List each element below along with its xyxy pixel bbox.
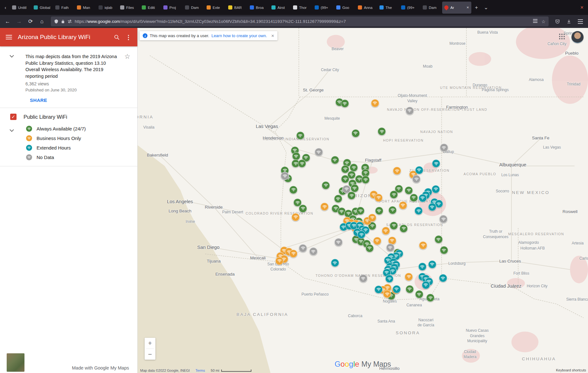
wifi-marker-always-available[interactable]	[322, 181, 330, 190]
more-options-icon[interactable]: ⋮	[126, 34, 132, 40]
wifi-marker-business-hours[interactable]	[373, 237, 381, 245]
wifi-marker-always-available[interactable]	[341, 175, 349, 183]
reader-view-icon[interactable]	[533, 19, 537, 23]
zoom-in-button[interactable]: +	[145, 338, 155, 349]
wifi-marker-business-hours[interactable]	[320, 203, 329, 211]
bookmark-star-icon[interactable]: ☆	[541, 19, 545, 24]
reload-button[interactable]: ⟳	[25, 17, 36, 26]
wifi-marker-no-data[interactable]	[281, 172, 289, 180]
profile-avatar[interactable]	[571, 31, 584, 43]
wifi-marker-always-available[interactable]	[390, 222, 398, 230]
wifi-marker-business-hours[interactable]	[371, 99, 379, 107]
wifi-marker-extended-hours[interactable]	[432, 185, 440, 193]
wifi-marker-always-available[interactable]	[331, 156, 339, 164]
map-canvas[interactable]: UTE MOUNTAIN RESERVATIONNAVAJO NATION OF…	[138, 28, 588, 373]
browser-tab[interactable]: Airst	[269, 2, 290, 14]
wifi-marker-business-hours[interactable]	[374, 194, 383, 202]
wifi-marker-extended-hours[interactable]	[374, 285, 383, 294]
banner-link[interactable]: Learn how to create your own.	[211, 33, 267, 38]
browser-tab[interactable]: Editi	[140, 2, 161, 14]
browser-tab[interactable]: The	[377, 2, 398, 14]
wifi-marker-always-available[interactable]	[395, 185, 403, 193]
new-tab-button[interactable]: +	[472, 3, 481, 12]
forward-button[interactable]: →	[14, 17, 24, 26]
wifi-marker-always-available[interactable]	[296, 131, 304, 140]
browser-tab[interactable]: Proj	[161, 2, 182, 14]
wifi-marker-always-available[interactable]	[366, 244, 374, 252]
browser-tab[interactable]: BAR	[226, 2, 247, 14]
browser-tab[interactable]: Dam	[420, 2, 441, 14]
wifi-marker-no-data[interactable]	[386, 243, 394, 252]
wifi-marker-always-available[interactable]	[361, 176, 370, 184]
browser-tab[interactable]: Broa	[248, 2, 269, 14]
wifi-marker-business-hours[interactable]	[405, 273, 413, 281]
wifi-marker-no-data[interactable]	[299, 244, 307, 252]
wifi-marker-always-available[interactable]	[298, 159, 306, 168]
wifi-marker-business-hours[interactable]	[368, 214, 376, 222]
search-icon[interactable]	[114, 34, 120, 40]
keyboard-shortcuts-link[interactable]: Keyboard shortcuts	[556, 368, 586, 372]
wifi-marker-no-data[interactable]	[309, 247, 318, 256]
banner-close-icon[interactable]: ✕	[271, 34, 274, 38]
browser-tab[interactable]: Ar✕	[442, 2, 471, 14]
wifi-marker-no-data[interactable]	[359, 274, 367, 283]
pocket-icon[interactable]	[552, 17, 563, 26]
wifi-marker-business-hours[interactable]	[275, 257, 284, 265]
wifi-marker-extended-hours[interactable]	[419, 194, 427, 202]
browser-tab[interactable]: Anna	[356, 2, 377, 14]
collapse-description-icon[interactable]	[10, 53, 14, 59]
wifi-marker-always-available[interactable]	[434, 235, 443, 243]
browser-tab[interactable]: Thor	[291, 2, 312, 14]
browser-tab[interactable]: Fath	[53, 2, 74, 14]
browser-tab[interactable]: Man	[75, 2, 96, 14]
browser-tab[interactable]: Dam	[183, 2, 204, 14]
wifi-marker-extended-hours[interactable]	[331, 259, 339, 267]
wifi-marker-no-data[interactable]	[406, 107, 414, 115]
back-button[interactable]: ←	[3, 17, 13, 26]
wifi-marker-always-available[interactable]	[415, 290, 423, 298]
browser-tab[interactable]: (99+	[312, 2, 333, 14]
legend-item[interactable]: No Data	[26, 154, 137, 160]
wifi-marker-extended-hours[interactable]	[393, 285, 401, 293]
wifi-marker-extended-hours[interactable]	[439, 274, 447, 282]
wifi-marker-extended-hours[interactable]	[415, 166, 423, 174]
wifi-marker-extended-hours[interactable]	[422, 281, 430, 289]
share-button[interactable]: SHARE	[30, 97, 47, 103]
wifi-marker-always-available[interactable]	[375, 207, 383, 215]
browser-tab[interactable]: iqlab	[96, 2, 117, 14]
wifi-marker-business-hours[interactable]	[291, 213, 300, 221]
layer-checkbox[interactable]: ✓	[10, 114, 17, 120]
wifi-marker-no-data[interactable]	[342, 185, 351, 193]
menu-hamburger-icon[interactable]	[6, 35, 12, 39]
wifi-marker-always-available[interactable]	[347, 191, 356, 200]
wifi-marker-always-available[interactable]	[388, 206, 397, 214]
wifi-marker-always-available[interactable]	[341, 99, 349, 108]
wifi-marker-no-data[interactable]	[439, 215, 448, 223]
wifi-marker-always-available[interactable]	[334, 195, 342, 203]
basemap-thumbnail[interactable]	[7, 353, 24, 372]
wifi-marker-extended-hours[interactable]	[432, 159, 440, 168]
menu-icon[interactable]	[575, 17, 585, 26]
google-apps-grid-icon[interactable]	[559, 33, 565, 41]
wifi-marker-no-data[interactable]	[334, 238, 343, 246]
wifi-marker-always-available[interactable]	[406, 285, 414, 293]
wifi-marker-always-available[interactable]	[352, 129, 360, 137]
legend-item[interactable]: Always Available (24/7)	[26, 126, 137, 132]
wifi-marker-business-hours[interactable]	[393, 167, 401, 175]
browser-tab[interactable]: (99+	[399, 2, 420, 14]
window-close-icon[interactable]: ✕	[577, 3, 587, 12]
wifi-marker-extended-hours[interactable]	[418, 263, 427, 271]
wifi-marker-always-available[interactable]	[410, 194, 418, 202]
browser-tab[interactable]: Exte	[204, 2, 225, 14]
wifi-marker-always-available[interactable]	[356, 207, 365, 215]
collapse-legend-icon[interactable]	[10, 128, 14, 133]
wifi-marker-always-available[interactable]	[400, 224, 408, 233]
wifi-marker-always-available[interactable]	[440, 246, 448, 254]
wifi-marker-always-available[interactable]	[426, 294, 434, 302]
downloads-icon[interactable]	[564, 17, 574, 26]
shield-icon[interactable]	[54, 19, 58, 24]
wifi-marker-business-hours[interactable]	[383, 290, 391, 298]
wifi-marker-always-available[interactable]	[299, 204, 307, 213]
url-bar[interactable]: https://www.google.com/maps/d/u/0/viewer…	[51, 17, 549, 26]
legend-item[interactable]: Business Hours Only	[26, 135, 137, 141]
